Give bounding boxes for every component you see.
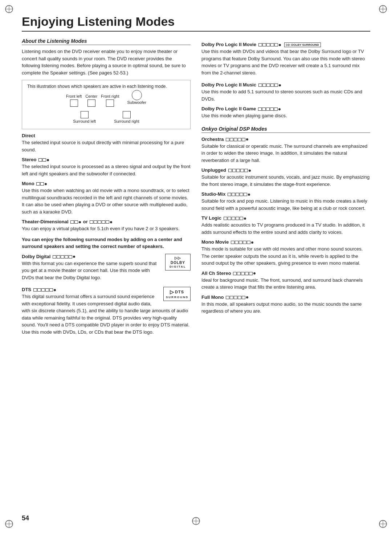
tv-logic-heading: TV Logic [201, 215, 370, 221]
dts-text: DTS [175, 289, 184, 294]
td-sq1 [70, 220, 74, 224]
mono-movie-mode: Mono Movie This mode is suitable for use… [201, 239, 370, 267]
mono-movie-heading: Mono Movie [201, 239, 370, 245]
dts-symbol: ▷ [170, 289, 174, 295]
dplii-movie-text: Use this mode with DVDs and videos that … [201, 48, 370, 76]
front-speaker-row: Front left Center Front right Subwoofer [66, 92, 146, 107]
dts-logo: ▷ DTS SURROUND [163, 287, 191, 301]
left-column: About the Listening Modes Listening mode… [22, 38, 191, 338]
center-label: Center [85, 94, 97, 99]
corner-mark-tl [4, 4, 15, 15]
surround-modes-intro: You can enjoy the following surround mod… [22, 236, 191, 250]
spk-dot1 [47, 159, 49, 161]
dts-sq1 [33, 288, 37, 292]
mono-movie-icons [231, 241, 253, 244]
front-left-label: Front left [66, 94, 82, 99]
theater-dimensional-text: You can enjoy a virtual playback for 5.1… [22, 225, 191, 232]
diagram-note: This illustration shows which speakers a… [27, 84, 185, 89]
td-dot1 [79, 221, 81, 223]
dplii-music-mode: Dolby Pro Logic II Music Use this mode t… [201, 82, 370, 102]
unplugged-icons [228, 169, 251, 172]
spk-sq1 [38, 158, 42, 162]
surround-left-square [81, 111, 89, 118]
center-speaker: Center [85, 94, 97, 107]
dd-sq4 [65, 255, 68, 259]
dolby-surround-badge: ▷▷ DOLBY SURROUND [284, 42, 321, 47]
full-mono-mode: Full Mono In this mode, all speakers out… [201, 294, 370, 315]
mono-sq2 [40, 182, 44, 186]
dd-sq1 [53, 255, 56, 259]
td-dot2 [110, 221, 112, 223]
page-number: 54 [22, 514, 29, 522]
dd-logo-bottom: DIGITAL [168, 265, 188, 269]
two-column-layout: About the Listening Modes Listening mode… [22, 38, 370, 338]
dts-icons [33, 288, 56, 292]
full-mono-heading: Full Mono [201, 294, 370, 300]
dts-logo-bottom: SURROUND [166, 296, 188, 299]
tv-logic-text: Adds realistic acoustics to TV programs … [201, 221, 370, 236]
speaker-diagram: Front left Center Front right Subwoofer [27, 92, 185, 125]
td-sq3 [90, 220, 93, 224]
dplii-movie-mode: Dolby Pro Logic II Movie ▷▷ DOLBY SURROU… [201, 42, 370, 78]
corner-mark-tr [377, 4, 388, 15]
surround-right-square [123, 111, 131, 118]
dd-sq5 [69, 255, 72, 259]
direct-mode: Direct The selected input source is outp… [22, 133, 191, 153]
subwoofer-circle [132, 90, 142, 100]
front-left-square [70, 99, 78, 107]
subwoofer-label: Subwoofer [127, 100, 146, 105]
dts-sq3 [41, 288, 45, 292]
dts-mode: ▷ DTS SURROUND DTS This digital surroun [22, 287, 191, 338]
dd-sq3 [61, 255, 64, 259]
td-sq2 [74, 220, 78, 224]
theater-dimensional-mode: Theater-Dimensional or You can enjoy a v… [22, 219, 191, 232]
page-title: Enjoying Listening Modes [22, 15, 370, 32]
corner-mark-br [377, 518, 388, 529]
dolby-digital-logo: ▷▷ DOLBY DIGITAL [165, 254, 191, 270]
surround-left-speaker: Surround left [73, 111, 96, 124]
studio-mix-icons [228, 193, 250, 196]
about-heading: About the Listening Modes [22, 38, 191, 45]
dplii-game-heading: Dolby Pro Logic II Game [201, 106, 370, 111]
dts-sq5 [49, 288, 53, 292]
orchestra-mode: Orchestra Suitable for classical or oper… [201, 137, 370, 164]
mono-dot1 [45, 183, 47, 185]
corner-mark-bl [4, 518, 15, 529]
td-or: or [83, 219, 89, 224]
dplii-music-heading: Dolby Pro Logic II Music [201, 82, 370, 88]
all-ch-stereo-heading: All Ch Stereo [201, 270, 370, 276]
theater-dimensional-heading: Theater-Dimensional or [22, 219, 191, 224]
front-right-label: Front right [101, 94, 119, 99]
tv-logic-mode: TV Logic Adds realistic acoustics to TV … [201, 215, 370, 236]
td-sq7 [106, 220, 109, 224]
subwoofer-speaker: Subwoofer [127, 90, 146, 105]
dplii-game-mode: Dolby Pro Logic II Game Use this mode wh… [201, 106, 370, 119]
td-sq4 [94, 220, 97, 224]
all-ch-stereo-text: Ideal for background music. The front, s… [201, 277, 370, 291]
dsp-heading: Onkyo Original DSP Modes [201, 126, 370, 133]
mono-movie-text: This mode is suitable for use with old m… [201, 245, 370, 267]
dts-sq4 [45, 288, 49, 292]
surround-speaker-row: Surround left Surround right [73, 111, 139, 124]
full-mono-icons [226, 296, 248, 299]
surround-left-label: Surround left [73, 119, 96, 124]
center-square [87, 99, 95, 107]
surround-right-speaker: Surround right [114, 111, 139, 124]
studio-mix-heading: Studio-Mix [201, 191, 370, 197]
stereo-mode: Stereo The selected input source is proc… [22, 157, 191, 177]
direct-heading: Direct [22, 133, 191, 138]
dplii-movie-heading: Dolby Pro Logic II Movie ▷▷ DOLBY SURROU… [201, 42, 370, 47]
tv-logic-icons [224, 217, 246, 220]
orchestra-icons [226, 138, 248, 141]
td-sq5 [98, 220, 101, 224]
surround-right-label: Surround right [114, 119, 139, 124]
studio-mix-text: Suitable for rock and pop music. Listeni… [201, 198, 370, 212]
orchestra-text: Suitable for classical or operatic music… [201, 143, 370, 164]
speaker-diagram-box: This illustration shows which speakers a… [22, 80, 191, 129]
mono-text: Use this mode when watching an old movie… [22, 187, 191, 215]
dplii-music-icons [258, 84, 281, 87]
stereo-icons [38, 158, 49, 162]
intro-text: Listening modes on the DVD receiver enab… [22, 48, 191, 76]
bottom-center-mark [191, 516, 201, 528]
all-ch-stereo-mode: All Ch Stereo Ideal for background music… [201, 270, 370, 291]
